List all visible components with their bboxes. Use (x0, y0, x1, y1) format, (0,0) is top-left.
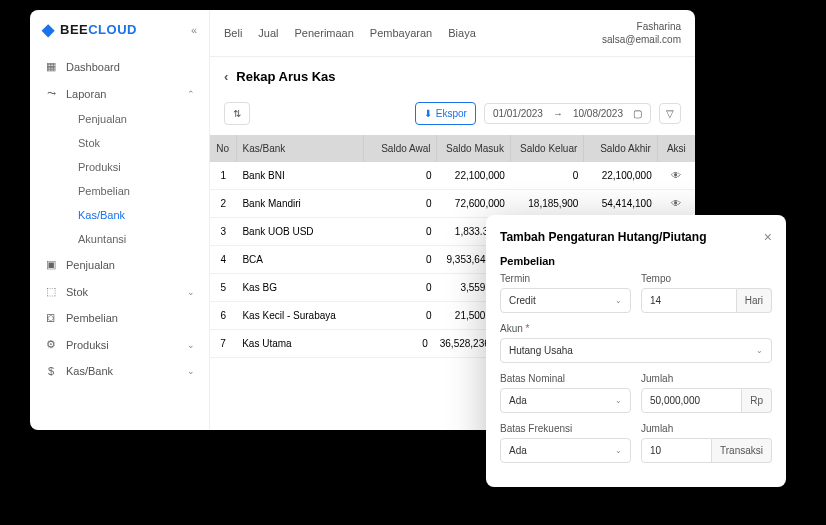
chevron-down-icon: ⌄ (187, 287, 195, 297)
sidebar-item-laporan[interactable]: ⤳Laporan⌃ (30, 80, 209, 107)
cell-akhir: 54,414,100 (584, 190, 657, 217)
cell-no: 4 (210, 246, 236, 273)
transaksi-unit: Transaksi (712, 438, 772, 463)
cell-akhir: 22,100,000 (584, 162, 657, 189)
tempo-unit: Hari (737, 288, 772, 313)
select-batas-nominal[interactable]: Ada⌄ (500, 388, 631, 413)
cell-keluar: 18,185,900 (511, 190, 584, 217)
chevron-up-icon: ⌃ (187, 89, 195, 99)
eye-icon[interactable]: 👁 (671, 170, 681, 181)
export-button[interactable]: ⬇Ekspor (415, 102, 476, 125)
cell-awal: 0 (364, 246, 437, 273)
table-header: No Kas/Bank Saldo Awal Saldo Masuk Saldo… (210, 135, 695, 162)
modal-title: Tambah Pengaturan Hutang/Piutang (500, 230, 706, 244)
cell-name: Bank UOB USD (236, 218, 364, 245)
label-akun: Akun * (500, 323, 772, 334)
collapse-icon[interactable]: « (191, 24, 197, 36)
label-jumlah-nominal: Jumlah (641, 373, 772, 384)
cell-awal: 0 (364, 218, 437, 245)
cell-masuk: 22,100,000 (437, 162, 510, 189)
settings-button[interactable]: ⇅ (224, 102, 250, 125)
sidebar-item-label: Akuntansi (78, 233, 126, 245)
box-icon: ⬚ (44, 285, 58, 298)
sidebar: ◆ BEECLOUD « ▦Dashboard ⤳Laporan⌃ Penjua… (30, 10, 210, 430)
page-header: ‹ Rekap Arus Kas (210, 57, 695, 96)
sidebar-item-label: Produksi (78, 161, 121, 173)
input-tempo[interactable]: 14 (641, 288, 737, 313)
batas-nominal-value: Ada (509, 395, 527, 406)
chart-icon: ⤳ (44, 87, 58, 100)
cell-awal: 0 (364, 190, 437, 217)
cell-name: Kas BG (236, 274, 364, 301)
filter-button[interactable]: ▽ (659, 103, 681, 124)
select-batas-frekuensi[interactable]: Ada⌄ (500, 438, 631, 463)
th-akhir: Saldo Akhir (584, 135, 657, 162)
sidebar-item-label: Laporan (66, 88, 106, 100)
input-jumlah-nominal[interactable]: 50,000,000 (641, 388, 742, 413)
factory-icon: ⚙ (44, 338, 58, 351)
sidebar-item-dashboard[interactable]: ▦Dashboard (30, 53, 209, 80)
sidebar-item-pembelian[interactable]: ⛋Pembelian (30, 305, 209, 331)
cell-awal: 0 (364, 274, 437, 301)
select-termin[interactable]: Credit⌄ (500, 288, 631, 313)
select-akun[interactable]: Hutang Usaha⌄ (500, 338, 772, 363)
user-info[interactable]: Fasharina salsa@email.com (602, 20, 681, 46)
toolbar: ⇅ ⬇Ekspor 01/01/2023 → 10/08/2023 ▢ ▽ (210, 96, 695, 135)
date-from: 01/01/2023 (493, 108, 543, 119)
termin-value: Credit (509, 295, 536, 306)
cell-no: 5 (210, 274, 236, 301)
akun-value: Hutang Usaha (509, 345, 573, 356)
th-masuk: Saldo Masuk (437, 135, 510, 162)
user-email: salsa@email.com (602, 33, 681, 46)
grid-icon: ▦ (44, 60, 58, 73)
cell-name: Bank Mandiri (236, 190, 364, 217)
rp-unit: Rp (742, 388, 772, 413)
label-batas-nominal: Batas Nominal (500, 373, 631, 384)
cell-aksi: 👁 (658, 190, 695, 217)
date-range[interactable]: 01/01/2023 → 10/08/2023 ▢ (484, 103, 651, 124)
sidebar-item-kasbank[interactable]: $Kas/Bank⌄ (30, 358, 209, 384)
sidebar-item-label: Penjualan (78, 113, 127, 125)
close-icon[interactable]: × (764, 229, 772, 245)
label-tempo: Tempo (641, 273, 772, 284)
chevron-down-icon: ⌄ (187, 366, 195, 376)
page-title: Rekap Arus Kas (236, 69, 335, 84)
sidebar-item-produksi[interactable]: ⚙Produksi⌄ (30, 331, 209, 358)
sidebar-item-penjualan[interactable]: ▣Penjualan (30, 251, 209, 278)
nav-penerimaan[interactable]: Penerimaan (295, 27, 354, 39)
cell-no: 6 (210, 302, 236, 329)
back-icon[interactable]: ‹ (224, 69, 228, 84)
dollar-icon: $ (44, 365, 58, 377)
chevron-down-icon: ⌄ (615, 396, 622, 405)
nav-pembayaran[interactable]: Pembayaran (370, 27, 432, 39)
cell-no: 1 (210, 162, 236, 189)
th-keluar: Saldo Keluar (511, 135, 584, 162)
sidebar-sub-penjualan[interactable]: Penjualan (64, 107, 209, 131)
cell-name: BCA (236, 246, 364, 273)
cell-keluar: 0 (511, 162, 584, 189)
modal-header: Tambah Pengaturan Hutang/Piutang × (500, 229, 772, 245)
sidebar-sub-produksi[interactable]: Produksi (64, 155, 209, 179)
cell-no: 2 (210, 190, 236, 217)
chevron-down-icon: ⌄ (187, 340, 195, 350)
sidebar-sub-stok[interactable]: Stok (64, 131, 209, 155)
sidebar-menu: ▦Dashboard ⤳Laporan⌃ Penjualan Stok Prod… (30, 49, 209, 388)
export-label: Ekspor (436, 108, 467, 119)
user-name: Fasharina (602, 20, 681, 33)
sidebar-item-label: Stok (78, 137, 100, 149)
cell-name: Bank BNI (236, 162, 364, 189)
sidebar-sub-kasbank[interactable]: Kas/Bank (64, 203, 209, 227)
cell-name: Kas Utama (236, 330, 361, 357)
eye-icon[interactable]: 👁 (671, 198, 681, 209)
th-aksi: Aksi (658, 135, 695, 162)
nav-beli[interactable]: Beli (224, 27, 242, 39)
input-jumlah-frek[interactable]: 10 (641, 438, 712, 463)
sidebar-item-stok[interactable]: ⬚Stok⌄ (30, 278, 209, 305)
sidebar-item-label: Kas/Bank (78, 209, 125, 221)
laporan-submenu: Penjualan Stok Produksi Pembelian Kas/Ba… (30, 107, 209, 251)
nav-jual[interactable]: Jual (258, 27, 278, 39)
sidebar-sub-pembelian[interactable]: Pembelian (64, 179, 209, 203)
th-name: Kas/Bank (237, 135, 365, 162)
sidebar-sub-akuntansi[interactable]: Akuntansi (64, 227, 209, 251)
nav-biaya[interactable]: Biaya (448, 27, 476, 39)
